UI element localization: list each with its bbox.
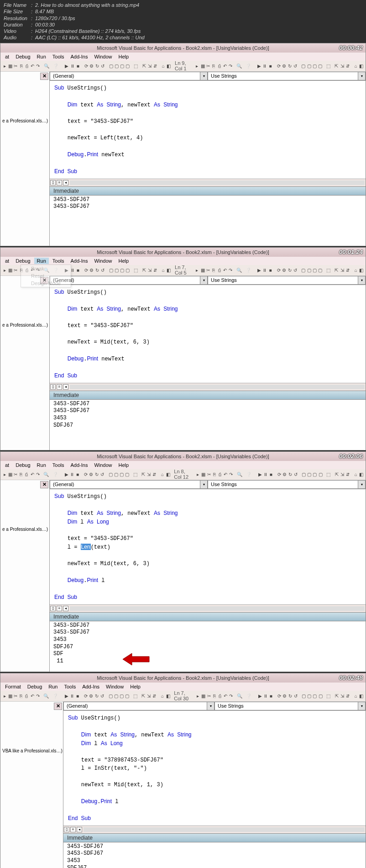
toolbar-icon[interactable]: ▶ [64, 692, 69, 699]
close-icon[interactable]: ✕ [40, 73, 48, 80]
toolbar-icon[interactable]: ↷ [36, 62, 40, 69]
toolbar-icon[interactable]: ⌂ [160, 692, 165, 699]
toolbar-icon[interactable]: ⎘ [212, 692, 217, 699]
toolbar-icon[interactable]: ❔ [53, 62, 58, 69]
toolbar-icon[interactable]: ▢ [108, 692, 113, 699]
menu-format[interactable]: Format [2, 683, 24, 690]
toolbar-icon[interactable]: ⎙ [24, 471, 29, 478]
toolbar-icon[interactable]: ⇵ [345, 471, 350, 478]
toolbar-icon[interactable]: ▦ [8, 62, 12, 69]
toolbar-icon[interactable]: ▢ [114, 692, 118, 699]
toolbar-icon[interactable]: ❔ [52, 471, 58, 478]
toolbar-icon[interactable]: ⏸ [263, 692, 268, 699]
toolbar-icon[interactable]: ↷ [36, 471, 40, 478]
toolbar-icon[interactable]: ❔ [246, 692, 251, 699]
toolbar-icon[interactable]: ▢ [307, 266, 311, 274]
toolbar-icon[interactable]: ❔ [246, 266, 251, 274]
procedure-view-icon[interactable]: ▯ [64, 827, 69, 832]
toolbar-icon[interactable]: 🔍 [237, 471, 242, 478]
toolbar-icon[interactable]: ⇱ [335, 692, 339, 699]
toolbar-icon[interactable]: ↻ [288, 62, 292, 69]
toolbar-icon[interactable]: ⏸ [70, 471, 74, 478]
toolbar-icon[interactable]: ⚙ [89, 471, 94, 478]
toolbar-icon[interactable]: ▢ [302, 471, 306, 478]
toolbar-icon[interactable]: ❔ [246, 62, 251, 69]
toolbar-icon[interactable]: ▦ [200, 266, 205, 274]
toolbar-icon[interactable]: ⟳ [84, 62, 89, 69]
procedure-combobox[interactable]: Use Strings▾ [208, 480, 366, 489]
toolbar-icon[interactable]: ✂ [207, 471, 211, 478]
toolbar-icon[interactable]: ✂ [13, 692, 18, 699]
full-module-view-icon[interactable]: ≡ [70, 827, 76, 832]
toolbar-icon[interactable]: ▶ [257, 62, 261, 69]
toolbar-icon[interactable]: ⏸ [262, 62, 267, 69]
run-menu-item[interactable]: Reset [21, 272, 71, 280]
toolbar-icon[interactable]: ▢ [119, 471, 124, 478]
toolbar-icon[interactable]: ↻ [288, 266, 292, 274]
toolbar-icon[interactable]: 🔍 [237, 692, 242, 699]
toolbar-icon[interactable]: ■ [76, 266, 80, 274]
toolbar-icon[interactable]: ⟳ [277, 692, 282, 699]
procedure-combobox[interactable]: Use Strings▾ [214, 702, 366, 710]
immediate-window[interactable]: 3453-SDFJ67 3453-SDFJ67 3453 SDFJ67 [50, 400, 366, 450]
toolbar-icon[interactable]: ▢ [109, 266, 113, 274]
scroll-left-icon[interactable]: ◂ [63, 606, 68, 611]
toolbar-icon[interactable]: ▢ [302, 692, 306, 699]
toolbar-icon[interactable]: ↻ [94, 471, 99, 478]
toolbar-icon[interactable]: ⇲ [340, 266, 344, 274]
menu-debug[interactable]: Debug [13, 462, 33, 468]
project-explorer[interactable]: ✕VBA like a Professional.xls…) [0, 702, 63, 868]
toolbar-icon[interactable]: ↺ [100, 266, 105, 274]
procedure-view-icon[interactable]: ▯ [50, 606, 56, 611]
toolbar-icon[interactable]: ⚙ [282, 692, 287, 699]
project-tree-item[interactable]: e a Professional.xls…) [2, 323, 47, 328]
toolbar-icon[interactable]: ▶ [257, 471, 262, 478]
menu-window[interactable]: Window [91, 258, 115, 264]
scroll-left-icon[interactable]: ◂ [63, 180, 68, 185]
menu-window[interactable]: Window [91, 462, 115, 468]
toolbar-icon[interactable]: ↺ [293, 266, 298, 274]
toolbar-icon[interactable]: ⇵ [345, 692, 350, 699]
toolbar-icon[interactable]: ⎘ [212, 471, 217, 478]
toolbar-icon[interactable]: ■ [268, 62, 273, 69]
toolbar-icon[interactable]: 🔍 [44, 62, 49, 69]
toolbar-icon[interactable]: ▶ [257, 266, 261, 274]
menu-run[interactable]: Run [34, 258, 49, 264]
project-tree-item[interactable]: e a Professional.xls…) [2, 527, 47, 532]
toolbar-icon[interactable]: ⏸ [70, 692, 74, 699]
toolbar-icon[interactable]: ↶ [223, 62, 227, 69]
menu-run[interactable]: Run [34, 53, 49, 60]
toolbar-icon[interactable]: ✂ [206, 62, 210, 69]
toolbar-icon[interactable]: ⇵ [153, 266, 157, 274]
toolbar-icon[interactable]: ■ [76, 62, 80, 69]
toolbar-icon[interactable]: ▢ [109, 62, 113, 69]
menu-run[interactable]: Run [46, 683, 60, 690]
code-editor[interactable]: Sub UseStrings() Dim text As String, new… [63, 711, 366, 826]
toolbar-icon[interactable]: ▦ [8, 471, 12, 478]
toolbar-icon[interactable]: ⎘ [211, 266, 216, 274]
toolbar-icon[interactable]: 🔍 [236, 62, 242, 69]
chevron-down-icon[interactable]: ▾ [200, 276, 207, 284]
toolbar-icon[interactable]: ⇲ [146, 471, 151, 478]
chevron-down-icon[interactable]: ▾ [207, 702, 214, 710]
toolbar-icon[interactable]: ▢ [108, 471, 113, 478]
toolbar-icon[interactable]: ↷ [229, 692, 233, 699]
toolbar-icon[interactable]: 🔍 [236, 266, 242, 274]
toolbar-icon[interactable]: ▢ [125, 692, 129, 699]
toolbar-icon[interactable]: ⇱ [141, 692, 146, 699]
chevron-down-icon[interactable]: ▾ [200, 481, 207, 488]
toolbar-icon[interactable]: ■ [269, 692, 273, 699]
menu-debug[interactable]: Debug [25, 683, 45, 690]
immediate-window[interactable]: 3453-SDFJ67 3453-SDFJ67 3453 SDFJ67 SDF … [63, 842, 366, 868]
toolbar-icon[interactable]: ▢ [114, 266, 119, 274]
toolbar-icon[interactable]: ⚙ [282, 266, 287, 274]
toolbar-icon[interactable]: ▦ [8, 692, 12, 699]
toolbar-icon[interactable]: ⎘ [19, 692, 23, 699]
toolbar-icon[interactable]: ⟳ [84, 266, 89, 274]
toolbar-icon[interactable]: ⬚ [326, 266, 330, 274]
toolbar-icon[interactable]: ◧ [359, 62, 364, 69]
toolbar-icon[interactable]: ⇱ [141, 471, 146, 478]
toolbar-icon[interactable]: ↺ [293, 692, 298, 699]
toolbar-icon[interactable]: ⌂ [160, 471, 165, 478]
toolbar-icon[interactable]: ▢ [120, 62, 124, 69]
